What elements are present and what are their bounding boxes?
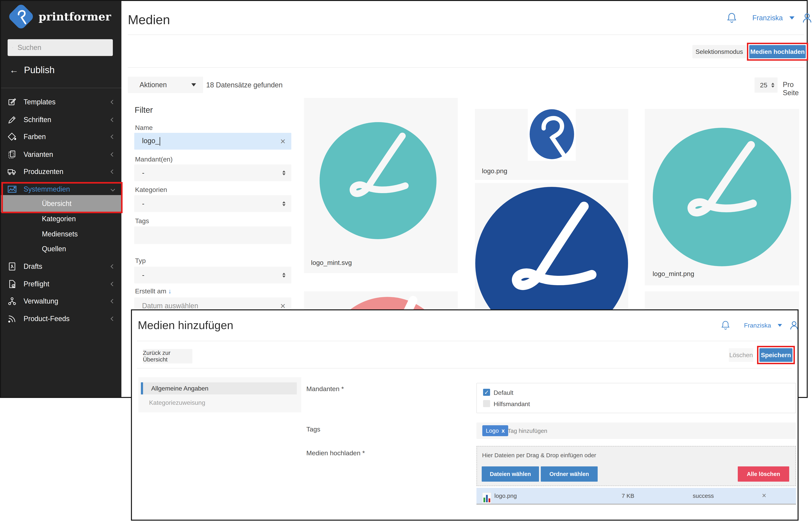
chevron-left-icon (111, 100, 115, 104)
sidebar: printformer ← Publish Templates Schrifte… (1, 1, 121, 397)
tab-kategoriezuweisung[interactable]: Kategoriezuweisung (149, 399, 205, 406)
clear-name-icon[interactable]: × (280, 137, 286, 146)
choose-folder-button[interactable]: Ordner wählen (541, 466, 598, 482)
sidebar-item-varianten[interactable]: Varianten (1, 146, 121, 163)
hilfsmandant-checkbox[interactable] (483, 400, 490, 407)
aktionen-dropdown[interactable]: Aktionen (128, 76, 203, 93)
sidebar-item-schriften[interactable]: Schriften (1, 111, 121, 128)
sidebar-subitem-mediensets[interactable]: Mediensets (1, 226, 121, 242)
printformer-logo-icon (7, 3, 35, 30)
per-page-label: Pro Seite (783, 81, 807, 97)
selektionsmodus-button[interactable]: Selektionsmodus (692, 45, 746, 58)
chevron-left-icon (111, 282, 115, 287)
dialog-header-divider (137, 341, 792, 341)
name-filter-input[interactable]: logo_ × (134, 133, 291, 150)
search-icon (12, 43, 13, 52)
typ-filter-select[interactable]: - (134, 267, 291, 283)
save-button[interactable]: Speichern (759, 348, 793, 362)
user-name[interactable]: Franziska (744, 322, 771, 329)
tags-field[interactable]: Logo x Tag hinzufügen (476, 422, 796, 439)
sidebar-back-publish[interactable]: ← Publish (10, 65, 55, 75)
brand-name: printformer (39, 10, 111, 23)
typ-filter-label: Typ (135, 257, 146, 265)
media-tile-salmon[interactable] (304, 291, 458, 310)
sidebar-subitem-kategorien[interactable]: Kategorien (1, 211, 121, 226)
sidebar-item-verwaltung[interactable]: Verwaltung (1, 292, 121, 310)
tag-chip-label: Logo (486, 428, 499, 434)
delete-button[interactable]: Löschen (729, 348, 753, 362)
bell-icon[interactable] (721, 320, 730, 331)
screenshot-canvas: printformer ← Publish Templates Schrifte… (0, 0, 812, 530)
pdf-document-icon (6, 262, 18, 271)
mint-logo-image (304, 98, 458, 273)
mandanten-label: Mandanten * (306, 385, 344, 393)
sidebar-subitem-quellen[interactable]: Quellen (1, 241, 121, 256)
upload-dropzone[interactable]: Hier Dateien per Drag & Drop einfügen od… (476, 446, 796, 486)
spinner-icon (282, 170, 286, 176)
results-count: 18 Datensätze gefunden (206, 81, 282, 89)
sidebar-item-produzenten[interactable]: Produzenten (1, 163, 121, 180)
sidebar-search[interactable] (8, 39, 113, 56)
pencil-icon (6, 115, 18, 125)
clear-date-icon[interactable]: × (280, 302, 286, 310)
choose-files-button[interactable]: Dateien wählen (482, 466, 539, 482)
sidebar-item-templates[interactable]: Templates (1, 93, 121, 111)
default-checkbox[interactable]: ✓ (483, 389, 490, 396)
tags-filter-label: Tags (135, 217, 149, 225)
chevron-down-icon (111, 187, 115, 192)
kategorien-filter-select[interactable]: - (134, 195, 291, 212)
sidebar-item-preflight[interactable]: Preflight (1, 275, 121, 293)
medien-hochladen-button[interactable]: Medien hochladen (749, 45, 806, 58)
avatar-icon[interactable] (801, 12, 812, 24)
back-to-overview-button[interactable]: Zurück zur Übersicht (143, 349, 192, 363)
media-caption: logo_mint.svg (311, 259, 352, 266)
printformer-r-image (528, 109, 576, 161)
publish-label: Publish (24, 65, 55, 75)
chevron-left-icon (111, 264, 115, 269)
copies-icon (6, 150, 18, 159)
mandanten-field: ✓ Default Hilfsmandant (476, 383, 796, 413)
file-name: logo.png (494, 492, 517, 499)
default-checkbox-label: Default (494, 389, 513, 396)
chevron-left-icon (111, 169, 115, 174)
sidebar-subitem-uebersicht[interactable]: Übersicht (1, 195, 121, 212)
image-icon (6, 184, 18, 195)
medien-hochladen-label: Medien hochladen * (306, 449, 365, 457)
sidebar-item-farben[interactable]: Farben (1, 128, 121, 145)
erstellt-am-label: Erstellt am ↓ (135, 287, 172, 295)
avatar-icon[interactable] (788, 320, 799, 331)
search-input[interactable] (17, 43, 108, 52)
text-cursor (160, 137, 160, 146)
tag-remove-icon[interactable]: x (502, 428, 505, 434)
user-name[interactable]: Franziska (752, 14, 783, 22)
remove-file-icon[interactable]: × (762, 491, 766, 500)
dialog-tab-list: Allgemeine Angaben Kategoriezuweisung (139, 377, 301, 413)
media-tile-logo-mint-svg[interactable]: logo_mint.svg (304, 98, 458, 273)
header-user-area: Franziska (726, 12, 812, 24)
media-tile-logo-mint-png[interactable]: logo_mint.png (645, 109, 799, 285)
user-menu-caret-icon[interactable] (789, 16, 795, 19)
sidebar-divider (1, 88, 121, 88)
navy-logo-image (475, 183, 628, 310)
dialog-toolbar-divider (137, 368, 792, 368)
mandanten-filter-label: Mandant(en) (135, 155, 173, 163)
media-tile-logo-png[interactable]: logo.png (475, 109, 628, 180)
filter-title: Filter (135, 105, 153, 115)
delete-all-button[interactable]: Alle löschen (738, 466, 789, 482)
media-tile-navy[interactable] (475, 183, 628, 310)
template-icon (6, 97, 18, 107)
tab-allgemeine-angaben[interactable]: Allgemeine Angaben (141, 382, 297, 394)
bell-icon[interactable] (726, 12, 737, 24)
rss-icon (6, 314, 18, 324)
media-tile-partial[interactable] (645, 291, 799, 310)
sort-down-icon[interactable]: ↓ (168, 287, 172, 295)
user-menu-caret-icon[interactable] (778, 324, 782, 327)
hilfsmandant-checkbox-label: Hilfsmandant (494, 401, 530, 408)
sidebar-item-drafts[interactable]: Drafts (1, 258, 121, 275)
spinner-icon (282, 201, 286, 206)
file-size: 7 KB (622, 492, 634, 499)
sidebar-item-product-feeds[interactable]: Product-Feeds (1, 310, 121, 327)
tags-filter-input[interactable] (134, 226, 291, 244)
per-page-select[interactable]: 25 (755, 78, 778, 93)
mandanten-filter-select[interactable]: - (134, 165, 291, 181)
